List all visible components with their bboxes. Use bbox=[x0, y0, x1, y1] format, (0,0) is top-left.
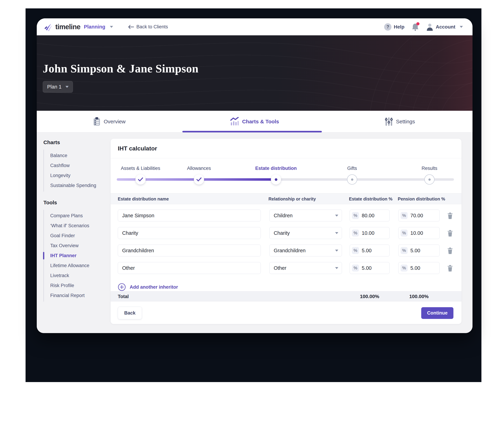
step-circle-todo-gifts[interactable] bbox=[347, 174, 357, 185]
percent-badge: % bbox=[352, 230, 359, 237]
percent-badge: % bbox=[352, 264, 359, 272]
sidebar-item-financial-report[interactable]: Financial Report bbox=[44, 291, 108, 301]
chevron-down-icon bbox=[110, 26, 113, 28]
estate-pct-field[interactable]: % 5.00 bbox=[350, 244, 390, 256]
bar-chart-icon bbox=[230, 117, 239, 126]
sidebar-item-goal-finder[interactable]: Goal Finder bbox=[44, 231, 108, 241]
step-label-assets-liabilities[interactable]: Assets & Liabilities bbox=[121, 166, 160, 171]
back-button[interactable]: Back bbox=[118, 307, 142, 319]
name-field[interactable]: Other bbox=[118, 262, 261, 274]
navbar-right: ? Help Account bbox=[384, 23, 463, 31]
pension-pct-field[interactable]: % 70.00 bbox=[398, 209, 440, 221]
sidebar-item-iht-planner[interactable]: IHT Planner bbox=[44, 251, 108, 261]
account-menu[interactable]: Account bbox=[426, 23, 463, 31]
step-label-allowances[interactable]: Allowances bbox=[187, 166, 211, 171]
sidebar-item-cashflow[interactable]: Cashflow bbox=[44, 161, 108, 171]
pension-pct-value: 5.00 bbox=[410, 248, 420, 253]
delete-row-button[interactable] bbox=[446, 228, 454, 238]
add-inheritor-button[interactable]: Add another inheritor bbox=[118, 283, 178, 292]
pension-pct-field[interactable]: % 10.00 bbox=[398, 227, 440, 239]
col-header-pension-pct: Pension distribution % bbox=[398, 193, 445, 204]
estate-pct-field[interactable]: % 10.00 bbox=[350, 227, 390, 239]
stepper-track bbox=[117, 178, 454, 181]
arrow-left-icon bbox=[128, 25, 134, 29]
relationship-select[interactable]: Other bbox=[269, 262, 342, 274]
relationship-value: Grandchildren bbox=[274, 248, 306, 253]
step-label-estate-distribution[interactable]: Estate distribution bbox=[255, 166, 297, 171]
account-label: Account bbox=[436, 24, 455, 30]
step-circle-todo-results[interactable] bbox=[424, 174, 435, 185]
back-to-clients-link[interactable]: Back to Clients bbox=[128, 24, 168, 30]
name-field[interactable]: Charity bbox=[118, 227, 261, 239]
brand-logo[interactable]: timeline Planning bbox=[44, 22, 113, 31]
delete-row-button[interactable] bbox=[446, 246, 454, 255]
sidebar-heading-charts: Charts bbox=[43, 139, 108, 145]
question-mark-icon: ? bbox=[384, 23, 391, 31]
tab-overview[interactable]: Overview bbox=[37, 111, 182, 132]
pension-pct-field[interactable]: % 5.00 bbox=[398, 244, 440, 256]
help-button[interactable]: ? Help bbox=[384, 23, 404, 31]
help-label: Help bbox=[394, 24, 404, 30]
sidebar-item-lifetime-allowance[interactable]: Lifetime Allowance bbox=[44, 261, 108, 271]
sidebar-item-sustainable-spending[interactable]: Sustainable Spending bbox=[44, 180, 108, 191]
relationship-select[interactable]: Children bbox=[269, 209, 342, 221]
active-tab-indicator bbox=[182, 131, 322, 132]
col-header-name: Estate distribution name bbox=[118, 193, 169, 204]
iht-calculator-card: IHT calculator Assets & Liabilities Allo… bbox=[111, 139, 462, 324]
trash-icon bbox=[447, 230, 453, 237]
notifications-button[interactable] bbox=[411, 23, 419, 31]
step-circle-done-2[interactable] bbox=[194, 174, 204, 185]
sidebar-item-risk-profile[interactable]: Risk Profile bbox=[44, 281, 108, 291]
percent-badge: % bbox=[401, 212, 408, 219]
delete-row-button[interactable] bbox=[446, 263, 454, 273]
brand-product: Planning bbox=[84, 24, 105, 30]
top-navbar: timeline Planning Back to Clients ? Help bbox=[37, 18, 473, 35]
col-header-estate-pct: Estate distribution % bbox=[349, 193, 393, 204]
plan-selector-button[interactable]: Plan 1 bbox=[43, 81, 73, 93]
sidebar-item-balance[interactable]: Balance bbox=[44, 151, 108, 161]
todo-step-dot bbox=[351, 179, 353, 181]
step-label-gifts[interactable]: Gifts bbox=[347, 166, 357, 171]
tab-overview-label: Overview bbox=[104, 119, 126, 125]
total-estate-value: 100.00% bbox=[360, 292, 379, 302]
tab-settings[interactable]: Settings bbox=[327, 111, 473, 132]
trash-icon bbox=[447, 247, 453, 254]
pension-pct-field[interactable]: % 5.00 bbox=[398, 262, 440, 274]
sidebar-item-compare-plans[interactable]: Compare Plans bbox=[44, 211, 108, 221]
relationship-select[interactable]: Grandchildren bbox=[269, 244, 342, 256]
client-hero-banner: John Simpson & Jane Simpson Plan 1 bbox=[37, 35, 473, 111]
trash-icon bbox=[447, 264, 453, 272]
sidebar-group-tools: Compare Plans ‘What if’ Scenarios Goal F… bbox=[43, 210, 108, 302]
tab-charts-tools[interactable]: Charts & Tools bbox=[182, 111, 327, 132]
percent-badge: % bbox=[401, 230, 408, 237]
delete-row-button[interactable] bbox=[446, 211, 454, 220]
total-pension-value: 100.00% bbox=[409, 292, 429, 302]
sidebar-item-longevity[interactable]: Longevity bbox=[44, 171, 108, 180]
chevron-down-icon bbox=[66, 86, 69, 88]
estate-pct-value: 5.00 bbox=[362, 265, 372, 271]
charts-tools-sidebar: Charts Balance Cashflow Longevity Sustai… bbox=[43, 139, 108, 310]
name-field[interactable]: Jane Simpson bbox=[118, 209, 261, 221]
notification-badge bbox=[416, 22, 420, 25]
name-field[interactable]: Grandchildren bbox=[118, 244, 261, 256]
relationship-value: Children bbox=[274, 213, 293, 219]
pension-pct-value: 5.00 bbox=[410, 265, 420, 271]
step-label-results[interactable]: Results bbox=[422, 166, 437, 171]
plan-label: Plan 1 bbox=[47, 84, 61, 90]
step-circle-done-1[interactable] bbox=[135, 174, 146, 185]
relationship-select[interactable]: Charity bbox=[269, 227, 342, 239]
continue-button[interactable]: Continue bbox=[421, 307, 453, 319]
app-window: timeline Planning Back to Clients ? Help bbox=[37, 18, 473, 333]
estate-pct-value: 80.00 bbox=[362, 213, 374, 219]
step-circle-active[interactable] bbox=[271, 174, 281, 185]
sidebar-item-what-if-scenarios[interactable]: ‘What if’ Scenarios bbox=[44, 221, 108, 231]
chevron-down-icon bbox=[335, 250, 338, 251]
estate-pct-field[interactable]: % 80.00 bbox=[350, 209, 390, 221]
sidebar-item-livetrack[interactable]: Livetrack bbox=[44, 271, 108, 281]
iht-stepper: Assets & Liabilities Allowances Estate d… bbox=[111, 158, 462, 193]
add-inheritor-label: Add another inheritor bbox=[130, 285, 178, 290]
total-label: Total bbox=[118, 292, 129, 302]
sidebar-item-tax-overview[interactable]: Tax Overview bbox=[44, 241, 108, 251]
estate-pct-field[interactable]: % 5.00 bbox=[350, 262, 390, 274]
pension-pct-value: 10.00 bbox=[410, 230, 423, 236]
